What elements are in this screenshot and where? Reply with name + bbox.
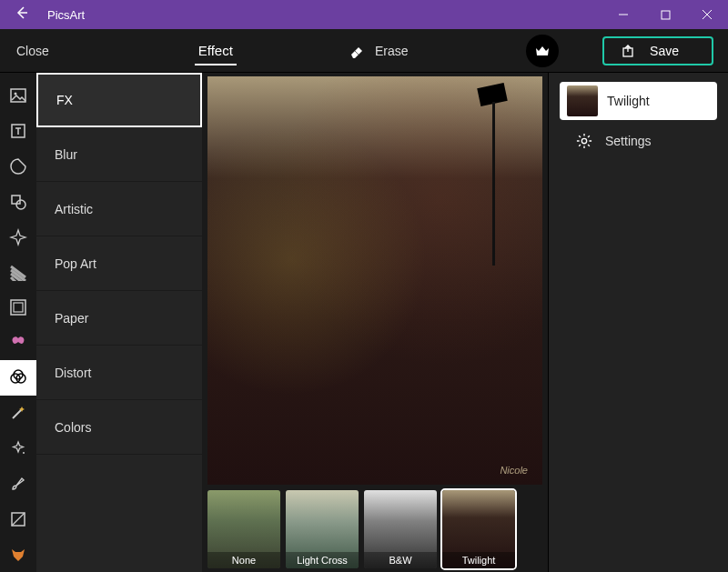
svg-point-12 <box>23 452 25 454</box>
sticker-icon <box>9 157 27 176</box>
effect-thumbnails: None Light Cross B&W Twilight <box>207 490 542 568</box>
svg-rect-2 <box>11 89 25 102</box>
text-icon <box>9 122 27 140</box>
category-paper[interactable]: Paper <box>36 291 202 346</box>
thumb-bw[interactable]: B&W <box>364 490 437 568</box>
rail-pattern[interactable] <box>0 255 36 290</box>
thumb-none[interactable]: None <box>207 490 280 568</box>
thumb-twilight[interactable]: Twilight <box>442 490 515 568</box>
crown-icon <box>534 43 551 59</box>
rail-butterfly[interactable] <box>0 325 36 360</box>
window-close-button[interactable] <box>686 0 728 29</box>
close-button[interactable]: Close <box>0 44 66 58</box>
rail-magic[interactable] <box>0 396 36 431</box>
canvas-area: Nicole None Light Cross B&W Twilight <box>202 73 548 572</box>
rail-frame[interactable] <box>0 290 36 326</box>
enhance-icon <box>9 439 27 457</box>
frame-icon <box>9 298 27 316</box>
adjust-icon <box>9 369 27 387</box>
effect-category-list: FX Blur Artistic Pop Art Paper Distort C… <box>36 73 202 572</box>
rail-adjust[interactable] <box>0 360 36 396</box>
top-toolbar: Close Effect Erase Save <box>0 29 728 73</box>
erase-button[interactable]: Erase <box>329 42 427 60</box>
svg-rect-7 <box>11 300 25 315</box>
settings-button[interactable]: Settings <box>560 133 717 149</box>
thumb-light-cross[interactable]: Light Cross <box>286 490 359 568</box>
filter-chip-thumbnail <box>567 85 598 116</box>
rail-image[interactable] <box>0 78 36 114</box>
category-colors[interactable]: Colors <box>36 400 202 455</box>
magic-wand-icon <box>9 404 27 422</box>
arrow-left-icon <box>15 5 29 20</box>
maximize-icon <box>661 10 671 20</box>
properties-panel: Twilight Settings <box>548 73 728 572</box>
svg-point-14 <box>581 138 586 143</box>
preview-detail <box>492 102 495 266</box>
window-titlebar: PicsArt <box>0 0 728 29</box>
svg-rect-5 <box>12 196 20 204</box>
filter-chip-label: Twilight <box>607 94 650 108</box>
app-title: PicsArt <box>44 8 602 22</box>
sparkle-icon <box>9 228 27 246</box>
rail-text[interactable] <box>0 114 36 149</box>
category-blur[interactable]: Blur <box>36 127 202 182</box>
pattern-icon <box>9 263 27 281</box>
category-fx[interactable]: FX <box>36 73 202 127</box>
rail-sticker[interactable] <box>0 149 36 185</box>
rail-crop[interactable] <box>0 501 36 537</box>
premium-button[interactable] <box>526 35 559 67</box>
rail-shape[interactable] <box>0 184 36 219</box>
rail-fox[interactable] <box>0 537 36 572</box>
rail-enhance[interactable] <box>0 431 36 467</box>
eraser-icon <box>348 42 366 60</box>
rail-sparkle[interactable] <box>0 219 36 255</box>
shape-icon <box>9 193 27 211</box>
rail-brush[interactable] <box>0 467 36 502</box>
category-pop-art[interactable]: Pop Art <box>36 236 202 291</box>
svg-point-6 <box>16 200 25 209</box>
butterfly-icon <box>9 334 27 352</box>
main-area: FX Blur Artistic Pop Art Paper Distort C… <box>0 73 728 572</box>
crop-icon <box>9 510 27 528</box>
gear-icon <box>576 133 592 149</box>
image-icon <box>9 86 27 105</box>
close-icon <box>702 9 713 20</box>
erase-label: Erase <box>375 44 409 58</box>
category-artistic[interactable]: Artistic <box>36 182 202 236</box>
image-preview[interactable]: Nicole <box>207 76 542 485</box>
current-filter-chip[interactable]: Twilight <box>560 82 717 120</box>
fox-icon <box>9 546 27 564</box>
save-label: Save <box>650 44 679 58</box>
back-button[interactable] <box>0 5 44 24</box>
preview-signature: Nicole <box>500 465 528 476</box>
tool-rail <box>0 73 36 572</box>
svg-rect-0 <box>662 11 670 19</box>
brush-icon <box>9 475 27 493</box>
save-button[interactable]: Save <box>602 36 713 65</box>
window-maximize-button[interactable] <box>644 0 686 29</box>
tab-effect[interactable]: Effect <box>184 29 248 73</box>
share-icon <box>621 44 635 58</box>
svg-rect-8 <box>14 303 23 312</box>
category-distort[interactable]: Distort <box>36 346 202 400</box>
settings-label: Settings <box>605 134 652 148</box>
minimize-icon <box>618 9 629 20</box>
window-minimize-button[interactable] <box>602 0 644 29</box>
